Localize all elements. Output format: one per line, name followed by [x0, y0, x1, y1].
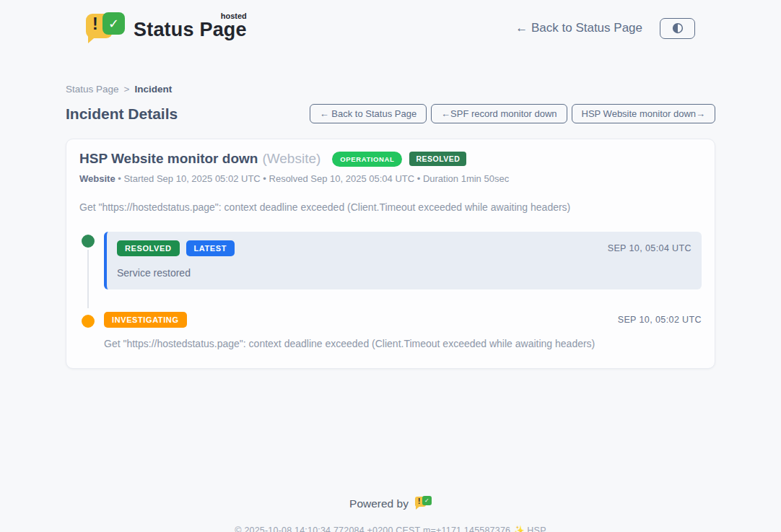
timeline-dot-resolved [79, 232, 97, 250]
contrast-icon [671, 22, 684, 35]
meta-details: • Started Sep 10, 2025 05:02 UTC • Resol… [118, 173, 509, 184]
timeline-message: Get "https://hostedstatus.page": context… [104, 338, 702, 349]
timeline-dot-investigating [79, 313, 97, 330]
incident-status-badge: RESOLVED [409, 152, 466, 166]
timeline-item-investigating: INVESTIGATING SEP 10, 05:02 UTC Get "htt… [79, 312, 702, 349]
timeline-timestamp: SEP 10, 05:04 UTC [608, 243, 691, 253]
mini-exclamation-icon: ! [418, 497, 420, 505]
breadcrumb-status-page-link[interactable]: Status Page [66, 84, 119, 95]
timeline-latest-badge: LATEST [186, 240, 235, 256]
breadcrumb-separator: > [124, 84, 130, 95]
timeline-status-badge: RESOLVED [117, 240, 180, 256]
incident-timeline: RESOLVED LATEST SEP 10, 05:04 UTC Servic… [79, 232, 702, 349]
exclamation-icon: ! [92, 16, 98, 32]
incident-component: (Website) [262, 151, 320, 167]
footer: Powered by ! ✓ © 2025-10-08 14:10:34.772… [0, 496, 781, 532]
back-to-status-page-button[interactable]: ← Back to Status Page [310, 104, 427, 123]
brand-text: Status Page hosted [134, 19, 247, 44]
header: ! ✓ Status Page hosted ← Back to Status … [0, 0, 781, 46]
header-back-to-status-page-link[interactable]: ← Back to Status Page [515, 21, 642, 35]
powered-by-logo-link[interactable]: ! ✓ [415, 496, 432, 511]
incident-card: HSP Website monitor down (Website) OPERA… [66, 139, 715, 369]
timeline-message: Service restored [117, 267, 691, 279]
main-content: Status Page > Incident Incident Details … [66, 84, 715, 369]
statuspage-logo-icon: ! ✓ [86, 12, 126, 44]
component-status-badge: OPERATIONAL [332, 152, 402, 167]
timeline-status-badge: INVESTIGATING [104, 312, 187, 328]
meta-component-name: Website [79, 173, 115, 184]
next-incident-button[interactable]: HSP Website monitor down→ [572, 104, 715, 123]
incident-meta: Website • Started Sep 10, 2025 05:02 UTC… [79, 173, 702, 184]
incident-title: HSP Website monitor down [79, 151, 258, 167]
breadcrumb: Status Page > Incident [66, 84, 715, 95]
breadcrumb-current-incident: Incident [134, 84, 172, 95]
brand-name: Status Page [134, 19, 247, 40]
powered-by-label: Powered by [349, 497, 409, 510]
copyright-text: © 2025-10-08 14:10:34.772084 +0200 CEST … [0, 525, 781, 532]
brand-logo-link[interactable]: ! ✓ Status Page hosted [86, 12, 247, 44]
page-title: Incident Details [66, 105, 178, 123]
prev-incident-button[interactable]: ←SPF record monitor down [431, 104, 567, 123]
theme-toggle-button[interactable] [660, 18, 695, 39]
incident-description: Get "https://hostedstatus.page": context… [79, 201, 702, 213]
checkmark-icon: ✓ [102, 12, 125, 35]
timeline-item-resolved: RESOLVED LATEST SEP 10, 05:04 UTC Servic… [79, 232, 702, 289]
incident-nav-buttons: ← Back to Status Page ←SPF record monito… [310, 104, 715, 123]
brand-hosted-superscript: hosted [221, 12, 247, 20]
timeline-latest-update-box: RESOLVED LATEST SEP 10, 05:04 UTC Servic… [104, 232, 702, 289]
mini-checkmark-icon: ✓ [422, 496, 432, 505]
timeline-timestamp: SEP 10, 05:02 UTC [618, 315, 702, 325]
